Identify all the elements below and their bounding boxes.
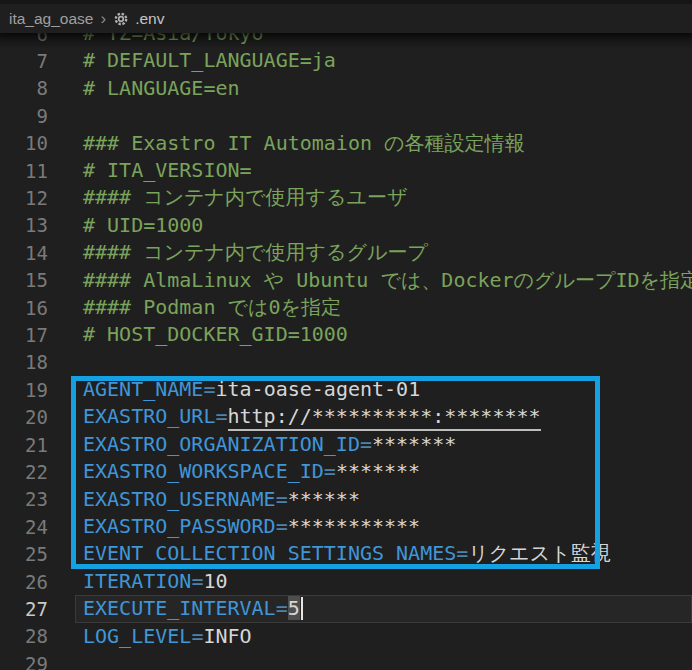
code-text[interactable]: EXASTRO_PASSWORD=*********** <box>48 513 420 540</box>
code-line[interactable]: 9 <box>0 102 692 129</box>
code-line[interactable]: 23EXASTRO_USERNAME=****** <box>0 486 692 513</box>
equals-sign: = <box>191 569 203 593</box>
breadcrumb: ita_ag_oase › .env <box>0 0 692 33</box>
code-text[interactable]: #### コンテナ内で使用するグループ <box>48 239 428 266</box>
code-line[interactable]: 28LOG_LEVEL=INFO <box>0 623 692 650</box>
code-text[interactable]: # DEFAULT_LANGUAGE=ja <box>48 47 336 74</box>
code-text[interactable]: EXASTRO_WORKSPACE_ID=******* <box>48 458 420 485</box>
line-number: 28 <box>0 625 48 647</box>
line-number: 10 <box>0 132 48 154</box>
env-key: EXASTRO_USERNAME <box>83 487 276 511</box>
code-line[interactable]: 8# LANGUAGE=en <box>0 75 692 102</box>
comment-text: # HOST_DOCKER_GID=1000 <box>83 322 348 346</box>
env-value: 10 <box>203 569 227 593</box>
env-key: AGENT_NAME <box>83 377 203 401</box>
env-value: ita-oase-agent-01 <box>215 377 420 401</box>
code-line[interactable]: 14#### コンテナ内で使用するグループ <box>0 239 692 266</box>
comment-text: #### コンテナ内で使用するユーザ <box>83 185 407 209</box>
code-text[interactable]: # HOST_DOCKER_GID=1000 <box>48 321 348 348</box>
line-number: 18 <box>0 351 48 373</box>
env-value: ****** <box>288 487 360 511</box>
code-text[interactable]: LOG_LEVEL=INFO <box>48 623 252 650</box>
code-line[interactable]: 15#### AlmaLinux や Ubuntu では、Dockerのグループ… <box>0 267 692 294</box>
code-line[interactable]: 7# DEFAULT_LANGUAGE=ja <box>0 47 692 74</box>
equals-sign: = <box>191 624 203 648</box>
env-key: LOG_LEVEL <box>83 624 191 648</box>
code-line[interactable]: 12#### コンテナ内で使用するユーザ <box>0 184 692 211</box>
comment-text: ### Exastro IT Automaion の各種設定情報 <box>83 131 525 155</box>
code-text[interactable]: # LANGUAGE=en <box>48 75 240 102</box>
code-text[interactable]: # UID=1000 <box>48 212 203 239</box>
line-number: 15 <box>0 269 48 291</box>
code-line[interactable]: 21EXASTRO_ORGANIZATION_ID=******* <box>0 431 692 458</box>
code-line[interactable]: 18 <box>0 349 692 376</box>
line-number: 12 <box>0 187 48 209</box>
env-key: ITERATION <box>83 569 191 593</box>
line-number: 25 <box>0 543 48 565</box>
equals-sign: = <box>203 377 215 401</box>
code-text[interactable]: EXASTRO_URL=http://**********:******** <box>48 403 541 430</box>
line-number: 21 <box>0 434 48 456</box>
code-line[interactable]: 20EXASTRO_URL=http://**********:******** <box>0 403 692 430</box>
code-line[interactable]: 10### Exastro IT Automaion の各種設定情報 <box>0 130 692 157</box>
env-value-highlighted: 5 <box>288 596 300 620</box>
env-value: リクエスト監視 <box>468 541 610 565</box>
env-value: ******* <box>336 459 420 483</box>
line-number: 16 <box>0 297 48 319</box>
code-line[interactable]: 13# UID=1000 <box>0 212 692 239</box>
comment-text: # DEFAULT_LANGUAGE=ja <box>83 48 336 72</box>
code-text[interactable]: EXASTRO_USERNAME=****** <box>48 486 360 513</box>
line-number: 14 <box>0 242 48 264</box>
code-text[interactable]: EVENT_COLLECTION_SETTINGS_NAMES=リクエスト監視 <box>48 540 611 567</box>
env-value: ******* <box>372 432 456 456</box>
equals-sign: = <box>324 459 336 483</box>
code-text[interactable]: EXASTRO_ORGANIZATION_ID=******* <box>48 431 456 458</box>
line-number: 8 <box>0 77 48 99</box>
env-key: EXASTRO_URL <box>83 404 215 428</box>
env-key: EXECUTE_INTERVAL <box>83 596 276 620</box>
env-key: EXASTRO_WORKSPACE_ID <box>83 459 324 483</box>
code-line[interactable]: 29 <box>0 650 692 670</box>
code-text[interactable]: #### コンテナ内で使用するユーザ <box>48 184 407 211</box>
comment-text: #### コンテナ内で使用するグループ <box>83 240 428 264</box>
comment-text: # UID=1000 <box>83 213 203 237</box>
code-text[interactable]: # ITA_VERSION= <box>48 157 252 184</box>
code-text[interactable]: #### Podman では0を指定 <box>48 294 341 321</box>
code-text[interactable]: EXECUTE_INTERVAL=5 <box>48 595 303 622</box>
gear-icon <box>113 11 129 27</box>
code-line[interactable]: 11# ITA_VERSION= <box>0 157 692 184</box>
chevron-right-icon: › <box>100 10 106 27</box>
code-text[interactable]: AGENT_NAME=ita-oase-agent-01 <box>48 376 420 403</box>
env-key: EXASTRO_ORGANIZATION_ID <box>83 432 360 456</box>
env-key: EVENT_COLLECTION_SETTINGS_NAMES <box>83 541 456 565</box>
code-line[interactable]: 25EVENT_COLLECTION_SETTINGS_NAMES=リクエスト監… <box>0 540 692 567</box>
text-cursor <box>301 597 303 620</box>
line-number: 20 <box>0 406 48 428</box>
code-line[interactable]: 22EXASTRO_WORKSPACE_ID=******* <box>0 458 692 485</box>
env-value: INFO <box>203 624 251 648</box>
breadcrumb-folder[interactable]: ita_ag_oase <box>9 10 93 28</box>
line-number: 26 <box>0 571 48 593</box>
env-value-url: http://**********:******** <box>228 404 541 431</box>
line-number: 23 <box>0 488 48 510</box>
code-line[interactable]: 27EXECUTE_INTERVAL=5 <box>0 595 692 622</box>
comment-text: # ITA_VERSION= <box>83 158 252 182</box>
editor[interactable]: 6# TZ=Asia/Tokyo7# DEFAULT_LANGUAGE=ja8#… <box>0 20 692 670</box>
code-line[interactable]: 24EXASTRO_PASSWORD=*********** <box>0 513 692 540</box>
line-number: 17 <box>0 324 48 346</box>
code-text[interactable]: ITERATION=10 <box>48 568 228 595</box>
line-number: 29 <box>0 653 48 670</box>
line-number: 7 <box>0 50 48 72</box>
breadcrumb-file[interactable]: .env <box>135 10 164 28</box>
line-number: 22 <box>0 461 48 483</box>
code-line[interactable]: 26ITERATION=10 <box>0 568 692 595</box>
line-number: 9 <box>0 105 48 127</box>
code-line[interactable]: 19AGENT_NAME=ita-oase-agent-01 <box>0 376 692 403</box>
code-line[interactable]: 16#### Podman では0を指定 <box>0 294 692 321</box>
code-text[interactable]: ### Exastro IT Automaion の各種設定情報 <box>48 130 525 157</box>
equals-sign: = <box>215 404 227 428</box>
code-text[interactable]: #### AlmaLinux や Ubuntu では、DockerのグループID… <box>48 267 692 294</box>
comment-text: #### Podman では0を指定 <box>83 295 341 319</box>
equals-sign: = <box>276 487 288 511</box>
code-line[interactable]: 17# HOST_DOCKER_GID=1000 <box>0 321 692 348</box>
